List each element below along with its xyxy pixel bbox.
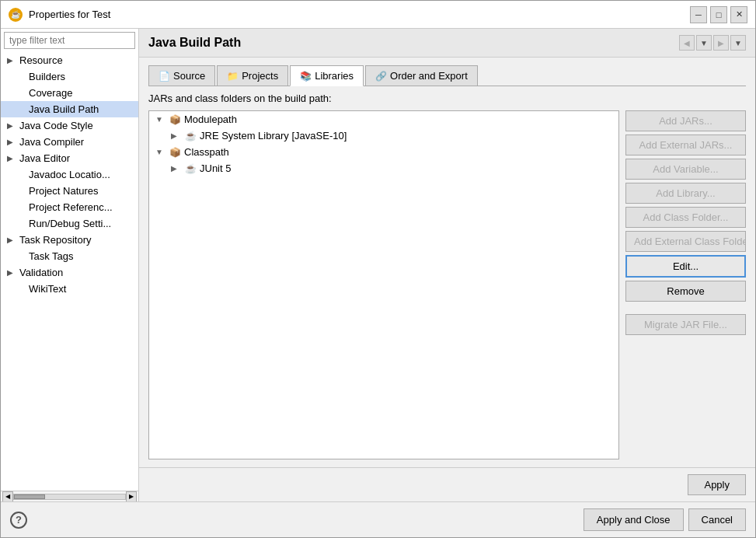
panel-body: 📄 Source 📁 Projects 📚 Libraries 🔗 Order … [139,58,755,467]
scrollbar-track [13,494,126,500]
sidebar-item-label: Resource [19,54,63,66]
tree-item-label: JRE System Library [JavaSE-10] [200,130,347,141]
sidebar-item-java-compiler[interactable]: ▶ Java Compiler [1,134,138,150]
main-content: ▶ Resource Builders Coverage Java Build … [1,29,755,501]
classpath-icon: 📦 [169,147,181,158]
tree-expand-icon: ▼ [155,115,166,124]
sidebar-item-run-debug[interactable]: Run/Debug Setti... [1,215,138,232]
bottom-buttons: Apply and Close Cancel [584,508,746,531]
scroll-right-arrow[interactable]: ▶ [126,491,137,502]
tab-order-export[interactable]: 🔗 Order and Export [365,65,478,86]
expand-icon: ▶ [7,121,16,130]
edit-button[interactable]: Edit... [625,255,746,278]
add-external-jars-button[interactable]: Add External JARs... [625,134,746,155]
tab-order-export-label: Order and Export [390,70,468,82]
remove-button[interactable]: Remove [625,281,746,302]
sidebar-item-label: Project Natures [29,185,99,197]
source-tab-icon: 📄 [159,71,170,82]
tree-item-label: Classpath [184,146,229,158]
title-bar: ☕ Properties for Test ─ □ ✕ [1,1,755,29]
apply-button[interactable]: Apply [688,474,746,495]
sidebar-item-validation[interactable]: ▶ Validation [1,264,138,281]
sidebar-tree: ▶ Resource Builders Coverage Java Build … [1,52,138,491]
bottom-bar: ? Apply and Close Cancel [1,501,755,537]
apply-and-close-button[interactable]: Apply and Close [584,508,684,531]
tab-projects[interactable]: 📁 Projects [217,65,288,86]
expand-icon: ▶ [7,268,16,277]
sidebar-item-wikitext[interactable]: WikiText [1,281,138,297]
junit-icon: ☕ [185,163,197,174]
help-button[interactable]: ? [10,512,27,529]
sidebar-item-builders[interactable]: Builders [1,68,138,85]
sidebar-item-coverage[interactable]: Coverage [1,85,138,101]
sidebar-item-label: Validation [19,267,63,278]
tree-item-classpath[interactable]: ▼ 📦 Classpath [149,144,618,160]
nav-forward-arrow[interactable]: ▶ [713,35,729,51]
sidebar-scrollbar: ◀ ▶ [1,491,138,501]
nav-arrows: ◀ ▼ ▶ ▼ [679,35,746,51]
sidebar-item-label: Task Tags [29,250,74,262]
tree-expand-icon: ▶ [171,164,182,173]
sidebar-item-label: Builders [29,71,65,82]
sidebar-item-label: Java Build Path [29,103,99,115]
apply-row: Apply [139,467,755,501]
add-variable-button[interactable]: Add Variable... [625,159,746,180]
sidebar-item-project-natures[interactable]: Project Natures [1,183,138,199]
tab-projects-label: Projects [242,70,278,82]
sidebar-item-java-build-path[interactable]: Java Build Path [1,101,138,117]
sidebar-item-label: WikiText [29,283,66,295]
tab-source[interactable]: 📄 Source [148,65,215,86]
window-title: Properties for Test [29,9,684,20]
content-area: ▼ 📦 Modulepath ▶ ☕ JRE System Library [J… [148,110,746,459]
sidebar-item-resource[interactable]: ▶ Resource [1,52,138,68]
add-library-button[interactable]: Add Library... [625,183,746,204]
sidebar-item-label: Javadoc Locatio... [29,169,110,180]
add-jars-button[interactable]: Add JARs... [625,110,746,131]
add-external-class-folder-button[interactable]: Add External Class Folder... [625,231,746,252]
migrate-jar-file-button[interactable]: Migrate JAR File... [625,314,746,335]
sidebar-item-label: Task Repository [19,234,91,246]
sidebar-item-task-repository[interactable]: ▶ Task Repository [1,232,138,248]
tab-libraries[interactable]: 📚 Libraries [290,65,364,86]
tree-item-label: JUnit 5 [200,162,231,174]
tab-source-label: Source [173,70,205,82]
close-button[interactable]: ✕ [730,6,747,23]
order-export-tab-icon: 🔗 [375,71,387,82]
sidebar-item-project-references[interactable]: Project Referenc... [1,199,138,215]
cancel-button[interactable]: Cancel [688,508,746,531]
right-panel: Java Build Path ◀ ▼ ▶ ▼ 📄 Source [139,29,755,501]
sidebar-item-task-tags[interactable]: Task Tags [1,248,138,264]
scrollbar-thumb[interactable] [14,494,45,499]
nav-forward-dropdown[interactable]: ▼ [730,35,746,51]
sidebar-item-label: Java Editor [19,152,70,164]
expand-icon: ▶ [7,56,16,65]
properties-window: ☕ Properties for Test ─ □ ✕ ▶ Resource B… [0,0,756,538]
minimize-button[interactable]: ─ [690,6,707,23]
sidebar-item-java-editor[interactable]: ▶ Java Editor [1,150,138,166]
add-class-folder-button[interactable]: Add Class Folder... [625,207,746,228]
nav-back-arrow[interactable]: ◀ [679,35,695,51]
jre-icon: ☕ [185,131,197,141]
expand-icon: ▶ [7,154,16,162]
description-text: JARs and class folders on the build path… [148,93,746,104]
build-path-tree[interactable]: ▼ 📦 Modulepath ▶ ☕ JRE System Library [J… [148,110,619,459]
tree-item-label: Modulepath [184,114,237,125]
maximize-button[interactable]: □ [710,6,727,23]
projects-tab-icon: 📁 [227,71,239,82]
sidebar-item-label: Project Referenc... [29,201,113,213]
scroll-left-arrow[interactable]: ◀ [2,491,13,502]
tab-bar: 📄 Source 📁 Projects 📚 Libraries 🔗 Order … [148,65,746,86]
panel-title: Java Build Path [148,36,241,50]
tree-expand-icon: ▼ [155,148,166,156]
tree-item-junit5[interactable]: ▶ ☕ JUnit 5 [149,160,618,176]
nav-back-dropdown[interactable]: ▼ [696,35,712,51]
modulepath-icon: 📦 [169,114,181,125]
tree-item-jre-system-library[interactable]: ▶ ☕ JRE System Library [JavaSE-10] [149,128,618,144]
sidebar-item-label: Run/Debug Setti... [29,218,111,229]
sidebar-item-label: Java Code Style [19,120,93,131]
sidebar-item-javadoc-location[interactable]: Javadoc Locatio... [1,166,138,183]
filter-input[interactable] [4,32,135,49]
tab-libraries-label: Libraries [315,70,354,82]
tree-item-modulepath[interactable]: ▼ 📦 Modulepath [149,111,618,128]
sidebar-item-java-code-style[interactable]: ▶ Java Code Style [1,117,138,134]
